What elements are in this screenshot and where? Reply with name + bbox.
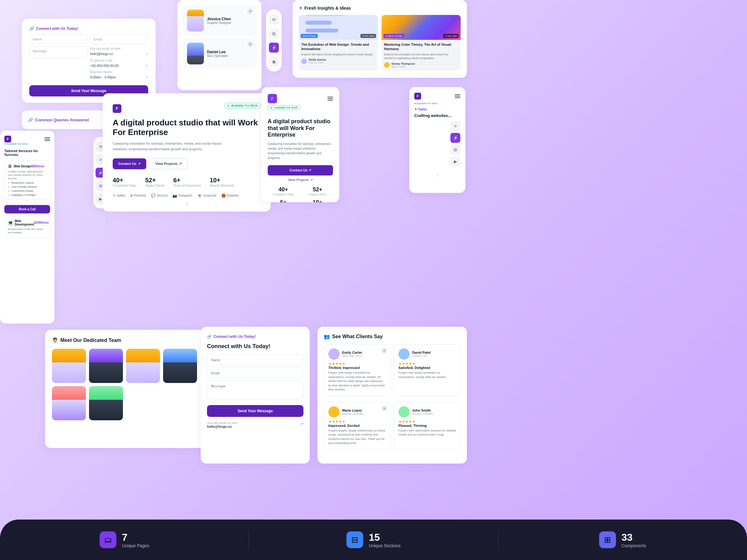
services-card: F Available For Work Tailored Services f…: [0, 131, 54, 324]
email-arrow-icon: ↗: [145, 51, 148, 57]
cta-sections-icon: ⊟: [346, 531, 363, 548]
hero-right-projects-link[interactable]: View Projects ↗: [268, 178, 333, 182]
far-right-icon2[interactable]: ⚡: [450, 133, 460, 143]
bottom-email-input[interactable]: [207, 368, 304, 378]
article2-tag: Graphic Design: [383, 34, 404, 38]
dribbble-link[interactable]: 🏀 Dribbble: [221, 193, 239, 198]
cta-components-label: Components: [622, 543, 646, 548]
maria-review-text: Forge's graphic design transformed our b…: [328, 429, 386, 446]
hours-value: 9:00am - 4:00pm: [90, 75, 116, 80]
message-field[interactable]: Message: [29, 46, 87, 58]
article2-read: 3 min read: [443, 34, 459, 38]
email-icon[interactable]: ✉: [269, 15, 279, 25]
stat-completed-tasks: 40+ Completed Tasks: [113, 177, 137, 187]
far-right-arrow-up-icon[interactable]: ↑: [414, 173, 460, 178]
emily-review-text: Forge's web design exceeded my expectati…: [328, 371, 386, 392]
feature-visuals: Customized Visuals: [8, 189, 47, 193]
hero-right-contact-btn[interactable]: Contact Us ↗: [268, 165, 333, 176]
services-available-badge: Available For Work: [4, 142, 50, 145]
instagram-link[interactable]: 📷 Instagram: [173, 193, 192, 198]
maria-avatar: [328, 406, 340, 418]
cta-components-icon: ⊞: [599, 531, 616, 548]
stat-awards: 10+ Awards Received: [210, 177, 234, 187]
maria-name: Maria Lopez: [342, 408, 364, 412]
review-emily-close[interactable]: ✕: [382, 348, 387, 353]
article1-author-avatar: [301, 58, 307, 64]
team-members-card: Jessica Chen Graphic Designer ✕ Daniel L…: [177, 0, 261, 90]
team-member-grid: [52, 349, 197, 420]
person6-avatar: [89, 386, 123, 420]
scroll-up-icon[interactable]: ↑: [185, 201, 188, 208]
target-icon[interactable]: ◉: [269, 57, 279, 66]
hero-right-logo: F: [268, 94, 277, 103]
article2-author-name: Emma Thompson: [391, 62, 415, 65]
stat-years-experience: 6+ Years of Experience: [173, 177, 201, 187]
maria-stars: ★★★★★: [328, 419, 386, 424]
hero-description: Catalyzing innovation for startups, ente…: [113, 141, 231, 152]
contact-us-button[interactable]: Contact Us ↗: [113, 158, 146, 169]
web-design-service: 🖥 Web Design $80/hour Crafting visually …: [4, 160, 50, 200]
article1-arrow[interactable]: →: [371, 59, 376, 63]
web-dev-desc: Bringing ideas to life with robust and s…: [8, 228, 47, 234]
insight-article-1: Web Design 5 min read The Evolution of W…: [299, 15, 378, 71]
team-person-5: [52, 386, 86, 420]
emily-location: New York, USA: [342, 354, 362, 357]
emily-name: Emily Carter: [342, 351, 362, 354]
bottom-email-label: You can email us here: [207, 421, 238, 425]
bottom-name-input[interactable]: [207, 355, 304, 365]
team-member-jessica: Jessica Chen Graphic Designer ✕: [183, 6, 256, 35]
contact-arrow-icon: ↗: [138, 162, 141, 166]
social-sidebar-card: ✉ ⊞ ⚡ ◉: [266, 9, 282, 72]
daniel-close-btn[interactable]: ✕: [248, 42, 253, 47]
jessica-name: Jessica Chen: [207, 17, 252, 21]
bottom-email-value: hello@forge.co: [207, 425, 238, 428]
twitter-link[interactable]: 𝕏 twitter: [113, 193, 125, 198]
feature-responsive: Responsive Layouts: [8, 181, 47, 185]
hero-right-title: A digital product studio that will Work …: [268, 118, 333, 138]
far-right-icon3[interactable]: ⊞: [450, 145, 460, 155]
send-button-bottom[interactable]: Send Your Message: [207, 405, 304, 417]
web-design-name: Web Design: [14, 165, 31, 168]
emily-review-title: Thrilled, Impressed: [328, 366, 386, 370]
article2-author-date: Apr 14, 2024: [391, 65, 415, 68]
connect-badge: Connect with Us Today!: [29, 26, 78, 31]
insight-img-2: Graphic Design 3 min read: [382, 15, 461, 40]
name-field[interactable]: Name: [29, 34, 87, 44]
services-section-title: Tailored Services for Success: [4, 149, 50, 157]
hero-right-menu-icon[interactable]: [328, 97, 333, 101]
jessica-avatar: [187, 10, 204, 31]
hero-logo: F: [113, 104, 121, 113]
bottom-message-input[interactable]: [207, 381, 304, 399]
review-maria-close[interactable]: ✕: [382, 406, 387, 411]
jessica-role: Graphic Designer: [207, 21, 252, 25]
far-right-icon4[interactable]: ▶: [450, 157, 460, 166]
dribbble-icon: 🏀: [221, 193, 226, 198]
snapchat-link[interactable]: 👻 Snapchat: [197, 193, 216, 198]
article2-headline: Mastering Color Theory, The Art of Visua…: [384, 42, 458, 51]
discord-link[interactable]: 💬 Discord: [151, 193, 168, 198]
david-stars: ★★★★★: [398, 362, 456, 366]
insight-article-2: Graphic Design 3 min read Mastering Colo…: [382, 15, 461, 71]
web-design-price: $80/hour: [31, 165, 45, 168]
book-call-button[interactable]: Book a Call: [4, 205, 50, 213]
email-field[interactable]: Email: [90, 34, 148, 44]
clients-card: See What Clients Say ✕ Emily Carter New …: [317, 327, 467, 463]
far-right-icon1[interactable]: ≡: [450, 121, 460, 131]
daniel-avatar: [187, 43, 204, 64]
clients-title: See What Clients Say: [324, 334, 461, 340]
lightning-icon[interactable]: ⚡: [269, 43, 279, 53]
emily-stars: ★★★★★: [328, 362, 386, 366]
john-name: John Smith: [412, 408, 433, 412]
pinterest-link[interactable]: 𝐏 Pinterest: [130, 193, 146, 198]
cta-components-section: ⊞ 33 Components: [498, 531, 747, 548]
far-right-menu[interactable]: [455, 94, 460, 98]
view-projects-button[interactable]: View Projects ↗: [149, 158, 188, 169]
far-right-logo: F: [414, 93, 421, 100]
feature-ux: Engaging UX Designs: [8, 193, 47, 196]
jessica-close-btn[interactable]: ✕: [248, 8, 253, 14]
menu-icon[interactable]: [45, 137, 50, 141]
email-label: You can email us here: [90, 46, 148, 51]
grid-icon[interactable]: ⊞: [269, 29, 279, 38]
hero-arrow-below: ↑: [106, 218, 109, 224]
maria-review-title: Impressed, Excited: [328, 424, 386, 427]
